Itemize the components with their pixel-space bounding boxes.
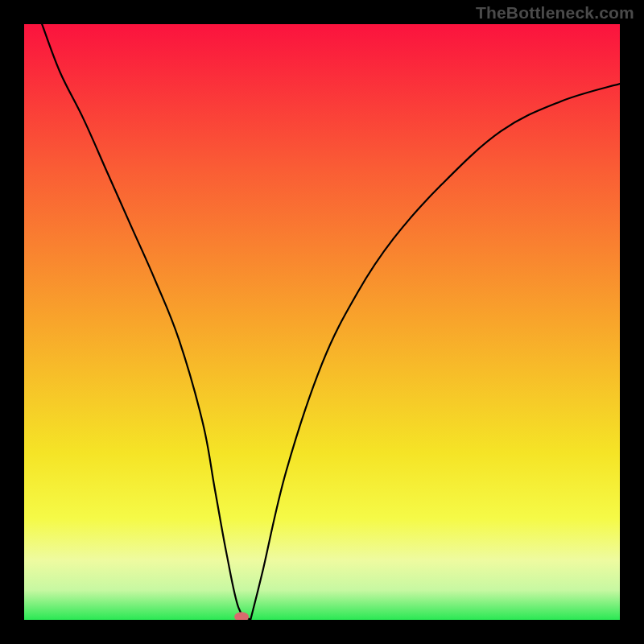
chart-svg (24, 24, 620, 620)
plot-area (24, 24, 620, 620)
watermark-text: TheBottleneck.com (476, 3, 634, 23)
chart-frame: TheBottleneck.com (0, 0, 644, 644)
